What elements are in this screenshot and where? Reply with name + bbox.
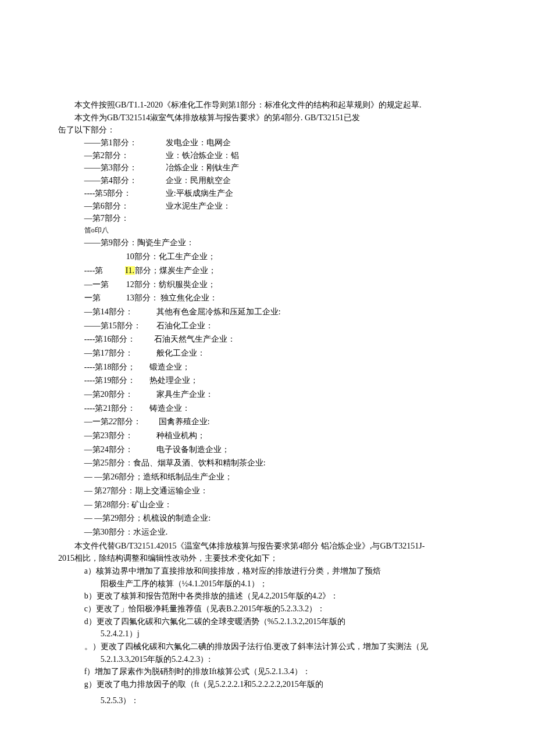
- part-28: — 第28部分: 矿山企业：: [84, 499, 477, 511]
- replace-paragraph-2: 2015相比，除结构调整和编辑性改动外，主要技术变化如下；: [58, 552, 477, 565]
- change-c: c）更改了」恰阳极净耗量推荐值（见表B.2.2015年板的5.2.3.3.2）：: [84, 603, 477, 615]
- part-27: — 第27部分：期上交通运输企业：: [84, 485, 477, 497]
- part-7-label: —第7部分：: [84, 212, 166, 225]
- parts-a-text-6: 业水泥生产企业：: [166, 200, 477, 213]
- part-23: —第23部分：种植业机构；: [84, 429, 477, 442]
- intro-paragraph-2b: 缶了以下部分：: [58, 124, 477, 137]
- change-b: b）更改了核算和报告范附中各类排放的描述（见4.2,2015年版的4.2》：: [84, 590, 477, 603]
- parts-col-labels: ——第1部分： —第2部分： ——第3部分： ——第4部分： ----第5部分：…: [84, 137, 166, 235]
- parts-a-text-5: 业:平板成病生产企: [166, 187, 477, 200]
- change-e-sub: 5.2.1.3.3,2015年版的5.2.4.2.3）:: [101, 653, 477, 666]
- change-d: d）更改了四氟化碳和六氟化二碳的全球变暖洒势（%5.2.1.3.2,2015年版…: [84, 615, 477, 628]
- part-18: ----第18部分；锻造企业；: [84, 361, 477, 374]
- part-15: ——第15部分：石油化工企业：: [84, 320, 477, 332]
- part-20: —第20部分：家具生产企业：: [84, 388, 477, 401]
- part-13: 一第13部分： 独立焦化企业：: [84, 292, 477, 304]
- part-3-label: ——第3部分：: [84, 162, 166, 174]
- part-2-label: —第2部分：: [84, 149, 166, 162]
- part-5-label: ----第5部分：: [84, 187, 166, 200]
- change-a-sub: 阳极生产工序的核算（½4.1.2015年版的4.1）；: [101, 578, 477, 590]
- part-16: ----第16部分：石油天然气生产企业：: [84, 333, 477, 346]
- change-d-sub: 5.2.4.2.1）j: [101, 628, 477, 640]
- parts-block-a: ——第1部分： —第2部分： ——第3部分： ——第4部分： ----第5部分：…: [84, 137, 477, 235]
- part-26: — —第26部分；造纸和纸制品生产企业；: [84, 471, 477, 483]
- change-a: a）核算边界中增加了直接排放和间接排放，格对应的排放进行分类，并增加了预焙: [84, 565, 477, 578]
- part-30: —第30部分：水运企业.: [84, 526, 477, 539]
- parts-a-text-4: 企业：民用航空企: [166, 174, 477, 187]
- part-21: ----第21部分：铸造企业：: [84, 402, 477, 415]
- change-e: 。）更改了四械化碳和六氟化二碘的排放因子法行伯.更改了斜率法计算公式，增加了实测…: [84, 640, 477, 653]
- part-12: —一第12部分：纺织服奘企业；: [84, 278, 477, 291]
- change-g: g）更改了电力排放因子的取（ft（见5.2.2.2.1和5.2.2.2.2,20…: [84, 678, 477, 691]
- part-17: —第17部分：般化工企业：: [84, 347, 477, 360]
- parts-col-text: 发电企业：电网企 业：铁冶炼企业：铝 冶炼企业：刚钛生产 企业：民用航空企 业:…: [166, 137, 477, 235]
- part-8-label: 笛o印八: [84, 225, 166, 236]
- part-22: —一第22部分：国禽养殖企业:: [84, 415, 477, 428]
- change-f: f）增加了尿素作为脱硝剂时的排放Ift核算公式（见5.2.1.3.4）：: [84, 665, 477, 678]
- replace-paragraph-1: 本文件代替GB/T32151.42015《温室气体排放核算与报告要求第4部分 铝…: [58, 540, 477, 553]
- document-page: 本文件按照GB/T1.1-2020《标准化工作导则第1部分：标准化文件的结构和起…: [0, 0, 535, 742]
- part-9: ——第9部分：陶瓷生产企业：: [84, 237, 477, 249]
- parts-a-text-1: 发电企业：电网企: [166, 137, 477, 149]
- intro-paragraph-2a: 本文件为GB/T321514淑室气体排放核算与报告要求》的第4部分. GB/T3…: [58, 112, 477, 124]
- intro-paragraph-1: 本文件按照GB/T1.1-2020《标准化工作导则第1部分：标准化文件的结构和起…: [58, 99, 477, 112]
- parts-block-d: —第25部分：食品、烟草及酒、饮料和精制茶企业: — —第26部分；造纸和纸制品…: [58, 457, 477, 538]
- highlight-text: I1.: [125, 266, 135, 275]
- part-14: —第14部分：其他有色金屈冷炼和压延加工企业:: [84, 306, 477, 318]
- part-1-label: ——第1部分：: [84, 137, 166, 149]
- part-11: ----第I1.部分；煤炭生产企业；: [84, 264, 477, 277]
- part-19: ----第19部分：热处理企业；: [84, 374, 477, 387]
- part-6-label: —第6部分：: [84, 200, 166, 213]
- changes-list: a）核算边界中增加了直接排放和间接排放，格对应的排放进行分类，并增加了预焙 阳极…: [58, 565, 477, 707]
- parts-block-b: 10部分：化工生产企业； ----第I1.部分；煤炭生产企业； —一第12部分：…: [58, 250, 477, 304]
- part-4-label: ——第4部分：: [84, 174, 166, 187]
- part-24: —第24部分：电子设备制造企业；: [84, 443, 477, 456]
- part-25: —第25部分：食品、烟草及酒、饮料和精制茶企业:: [84, 457, 477, 470]
- part-10: 10部分：化工生产企业；: [84, 250, 477, 263]
- parts-a-text-3: 冶炼企业：刚钛生产: [166, 162, 477, 174]
- change-g-sub: 5.2.5.3）：: [101, 694, 477, 707]
- parts-a-text-2: 业：铁冶炼企业：铝: [166, 149, 477, 162]
- part-29: — —第29部分；机梳设的制造企业:: [84, 512, 477, 525]
- parts-block-c: —第14部分：其他有色金屈冷炼和压延加工企业: ——第15部分：石油化工企业： …: [58, 306, 477, 456]
